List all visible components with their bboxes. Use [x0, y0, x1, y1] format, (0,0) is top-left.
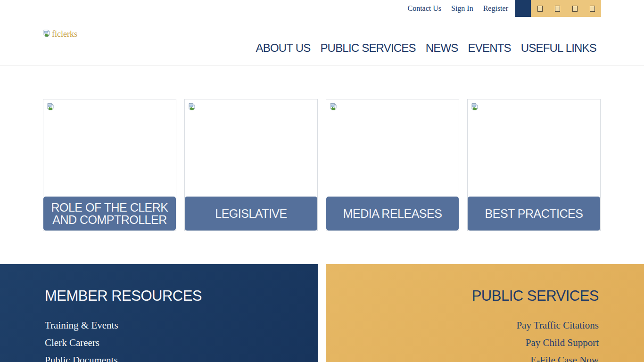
nav-public-services[interactable]: PUBLIC SERVICES — [320, 41, 415, 55]
nav-about-us[interactable]: ABOUT US — [256, 41, 311, 55]
broken-image-icon — [330, 103, 337, 113]
broken-image-icon — [471, 103, 479, 113]
social-icon-4-image-placeholder-icon[interactable] — [590, 6, 595, 12]
public-documents-link[interactable]: Public Documents — [45, 352, 118, 362]
broken-image-icon — [188, 103, 196, 113]
public-services-links: Pay Traffic Citations Pay Child Support … — [516, 317, 599, 362]
site-logo[interactable]: flclerks — [43, 29, 77, 39]
main-navigation: ABOUT US PUBLIC SERVICES NEWS EVENTS USE… — [256, 41, 596, 55]
public-services-title: PUBLIC SERVICES — [472, 288, 599, 304]
topbar-accent-block — [515, 0, 531, 17]
logo-alt-text: flclerks — [52, 29, 77, 39]
card-title: ROLE OF THE CLERK AND COMPTROLLER — [43, 197, 176, 230]
card-best-practices[interactable]: BEST PRACTICES — [467, 99, 601, 231]
social-icon-2-image-placeholder-icon[interactable] — [555, 6, 560, 12]
pay-traffic-citations-link[interactable]: Pay Traffic Citations — [516, 317, 599, 334]
public-services-panel: PUBLIC SERVICES Pay Traffic Citations Pa… — [326, 264, 644, 362]
broken-image-icon — [43, 29, 50, 39]
member-resources-links: Training & Events Clerk Careers Public D… — [45, 317, 118, 362]
nav-events[interactable]: EVENTS — [468, 41, 511, 55]
sign-in-link[interactable]: Sign In — [451, 4, 473, 13]
nav-news[interactable]: NEWS — [426, 41, 458, 55]
member-resources-panel: MEMBER RESOURCES Training & Events Clerk… — [0, 264, 318, 362]
social-icon-3-image-placeholder-icon[interactable] — [572, 6, 578, 12]
topbar: Contact Us Sign In Register — [0, 0, 644, 17]
site-header: flclerks ABOUT US PUBLIC SERVICES NEWS E… — [0, 17, 644, 66]
social-icons-bar — [531, 0, 601, 17]
card-title: LEGISLATIVE — [185, 197, 317, 230]
card-legislative[interactable]: LEGISLATIVE — [184, 99, 318, 231]
card-role-of-the-clerk-and-comptroller[interactable]: ROLE OF THE CLERK AND COMPTROLLER — [43, 99, 176, 231]
broken-image-icon — [47, 103, 54, 113]
training-events-link[interactable]: Training & Events — [45, 317, 118, 334]
card-title: BEST PRACTICES — [468, 197, 600, 230]
card-title: MEDIA RELEASES — [326, 197, 459, 230]
clerk-careers-link[interactable]: Clerk Careers — [45, 334, 118, 352]
card-media-releases[interactable]: MEDIA RELEASES — [326, 99, 459, 231]
feature-cards: ROLE OF THE CLERK AND COMPTROLLER LEGISL… — [43, 99, 601, 231]
social-icon-1-image-placeholder-icon[interactable] — [537, 6, 543, 12]
member-resources-title: MEMBER RESOURCES — [45, 288, 202, 304]
pay-child-support-link[interactable]: Pay Child Support — [526, 334, 599, 352]
topbar-links: Contact Us Sign In Register — [407, 0, 508, 17]
e-file-case-now-link[interactable]: E-File Case Now — [530, 352, 599, 362]
nav-useful-links[interactable]: USEFUL LINKS — [521, 41, 596, 55]
register-link[interactable]: Register — [483, 4, 508, 13]
contact-us-link[interactable]: Contact Us — [407, 4, 441, 13]
